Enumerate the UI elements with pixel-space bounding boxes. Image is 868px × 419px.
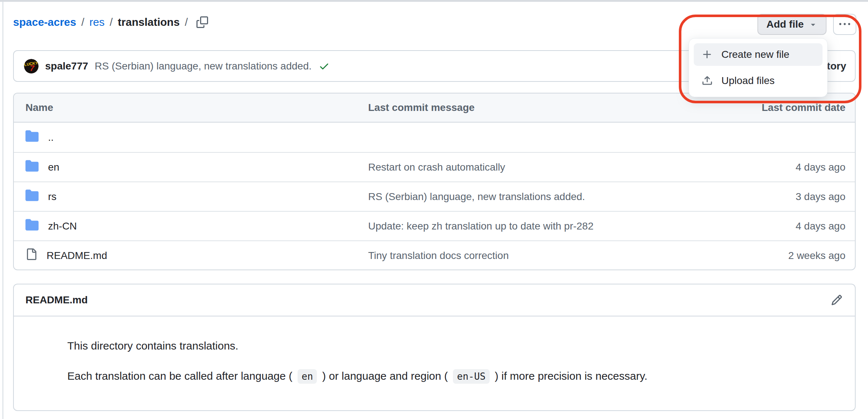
file-icon — [25, 248, 37, 263]
svg-text:7: 7 — [30, 64, 35, 73]
left-page-edge — [3, 2, 3, 419]
readme-text: ) if more precision is necessary. — [495, 370, 648, 382]
inline-code-en-US: en-US — [453, 369, 489, 384]
top-divider — [0, 0, 868, 2]
commit-author[interactable]: spale777 — [45, 60, 88, 72]
upload-icon — [702, 75, 713, 86]
row-commit-date: 2 weeks ago — [717, 250, 855, 262]
readme-paragraph-1: This directory contains translations. — [67, 338, 840, 354]
more-options-button[interactable] — [833, 14, 856, 35]
column-header-last-commit-date: Last commit date — [717, 102, 855, 113]
breadcrumb-res-link[interactable]: res — [89, 16, 105, 28]
file-name[interactable]: .. — [48, 132, 54, 143]
row-commit-message[interactable]: RS (Serbian) language, new translations … — [368, 191, 717, 203]
row-commit-message[interactable]: Tiny translation docs correction — [368, 250, 717, 262]
menu-item-label: Create new file — [721, 49, 789, 60]
row-commit-message[interactable]: Restart on crash automatically — [368, 161, 717, 173]
breadcrumb-repo-link[interactable]: space-acres — [13, 16, 76, 28]
readme-text: Each translation can be called after lan… — [67, 370, 292, 382]
add-file-button[interactable]: Add file — [757, 14, 827, 35]
readme-paragraph-2: Each translation can be called after lan… — [67, 368, 840, 384]
pencil-icon — [831, 294, 843, 306]
folder-icon — [25, 129, 39, 145]
readme-section: README.md This directory contains transl… — [13, 284, 856, 411]
breadcrumb-separator: / — [110, 16, 113, 28]
file-name[interactable]: zh-CN — [48, 220, 77, 232]
file-name[interactable]: README.md — [47, 250, 107, 262]
readme-header: README.md — [14, 284, 855, 316]
table-row-readme[interactable]: README.md Tiny translation docs correcti… — [14, 240, 855, 270]
folder-icon — [25, 159, 39, 175]
table-row-zh-CN[interactable]: zh-CN Update: keep zh translation up to … — [14, 211, 855, 240]
file-name[interactable]: en — [48, 161, 59, 173]
copy-icon — [196, 16, 208, 28]
add-file-dropdown-menu: Create new file Upload files — [689, 38, 828, 97]
folder-icon — [25, 218, 39, 234]
plus-icon — [702, 49, 713, 60]
table-header-row: Name Last commit message Last commit dat… — [14, 93, 855, 123]
row-commit-message[interactable]: Update: keep zh translation up to date w… — [368, 220, 717, 232]
menu-item-label: Upload files — [721, 75, 775, 87]
menu-item-upload-files[interactable]: Upload files — [694, 69, 823, 92]
menu-item-create-new-file[interactable]: Create new file — [694, 43, 823, 66]
avatar[interactable]: LUCKY7 — [24, 59, 39, 73]
readme-title: README.md — [25, 294, 88, 306]
breadcrumb-separator: / — [185, 16, 188, 28]
column-header-last-commit-message: Last commit message — [368, 102, 717, 113]
add-file-label: Add file — [767, 19, 804, 30]
triangle-down-icon — [809, 20, 817, 29]
column-header-name: Name — [14, 102, 368, 113]
table-row-parent-dir[interactable]: .. — [14, 123, 855, 152]
folder-icon — [25, 189, 39, 204]
breadcrumb: space-acres / res / translations / — [13, 16, 208, 28]
readme-content: This directory contains translations. Ea… — [14, 316, 855, 384]
edit-readme-button[interactable] — [831, 294, 843, 306]
file-tree-table: Name Last commit message Last commit dat… — [13, 93, 856, 270]
inline-code-en: en — [298, 369, 317, 384]
table-row-rs[interactable]: rs RS (Serbian) language, new translatio… — [14, 181, 855, 211]
row-commit-date: 4 days ago — [717, 220, 855, 232]
commit-message[interactable]: RS (Serbian) language, new translations … — [95, 60, 311, 72]
check-icon[interactable] — [319, 61, 330, 72]
readme-text: ) or language and region ( — [322, 370, 448, 382]
breadcrumb-current-dir: translations — [118, 16, 180, 28]
file-name[interactable]: rs — [48, 191, 56, 203]
row-commit-date: 4 days ago — [717, 161, 855, 173]
copy-path-button[interactable] — [196, 16, 208, 28]
kebab-horizontal-icon — [839, 19, 850, 30]
breadcrumb-separator: / — [81, 16, 84, 28]
table-row-en[interactable]: en Restart on crash automatically 4 days… — [14, 152, 855, 181]
github-repo-directory-page: space-acres / res / translations / LUCKY… — [0, 0, 868, 419]
row-commit-date: 3 days ago — [717, 191, 855, 203]
